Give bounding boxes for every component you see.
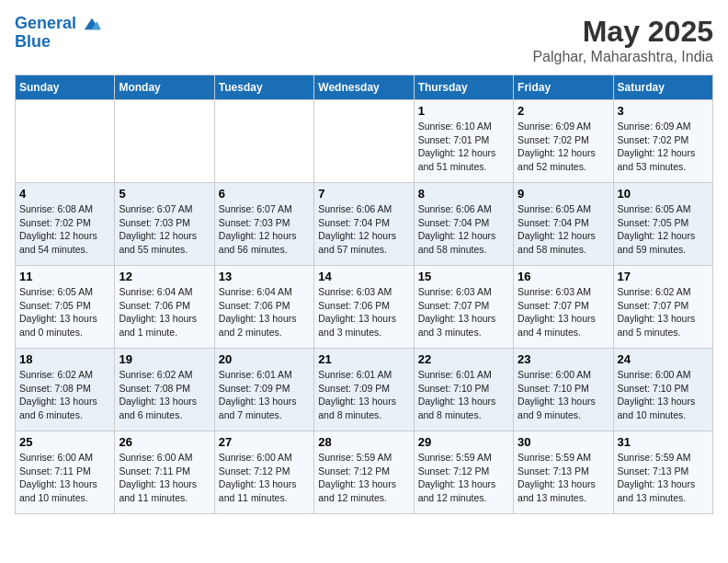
day-cell: 10Sunrise: 6:05 AMSunset: 7:05 PMDayligh… xyxy=(613,183,712,266)
day-cell: 12Sunrise: 6:04 AMSunset: 7:06 PMDayligh… xyxy=(115,266,214,349)
day-number: 14 xyxy=(318,270,409,283)
week-row-4: 18Sunrise: 6:02 AMSunset: 7:08 PMDayligh… xyxy=(16,349,713,431)
day-number: 9 xyxy=(518,187,609,201)
day-number: 3 xyxy=(618,104,709,118)
column-header-thursday: Thursday xyxy=(414,75,513,100)
day-info: Sunrise: 6:06 AMSunset: 7:04 PMDaylight:… xyxy=(318,202,409,257)
day-info: Sunrise: 6:01 AMSunset: 7:10 PMDaylight:… xyxy=(418,368,509,422)
day-number: 30 xyxy=(518,435,609,449)
column-header-wednesday: Wednesday xyxy=(314,75,414,100)
day-info: Sunrise: 6:03 AMSunset: 7:07 PMDaylight:… xyxy=(518,285,609,339)
day-info: Sunrise: 6:04 AMSunset: 7:06 PMDaylight:… xyxy=(119,285,210,339)
day-info: Sunrise: 6:00 AMSunset: 7:11 PMDaylight:… xyxy=(119,451,210,505)
day-info: Sunrise: 5:59 AMSunset: 7:13 PMDaylight:… xyxy=(518,451,609,505)
day-info: Sunrise: 6:02 AMSunset: 7:08 PMDaylight:… xyxy=(119,368,210,422)
logo-text: General xyxy=(15,15,101,33)
day-info: Sunrise: 6:03 AMSunset: 7:07 PMDaylight:… xyxy=(418,285,509,339)
day-cell: 13Sunrise: 6:04 AMSunset: 7:06 PMDayligh… xyxy=(214,266,313,349)
day-info: Sunrise: 6:10 AMSunset: 7:01 PMDaylight:… xyxy=(418,120,509,174)
day-number: 5 xyxy=(119,187,210,201)
day-cell: 11Sunrise: 6:05 AMSunset: 7:05 PMDayligh… xyxy=(16,266,115,349)
day-info: Sunrise: 5:59 AMSunset: 7:13 PMDaylight:… xyxy=(618,451,709,505)
calendar-table: SundayMondayTuesdayWednesdayThursdayFrid… xyxy=(15,75,713,514)
day-cell: 2Sunrise: 6:09 AMSunset: 7:02 PMDaylight… xyxy=(514,100,613,183)
day-cell: 29Sunrise: 5:59 AMSunset: 7:12 PMDayligh… xyxy=(414,431,513,514)
day-cell: 14Sunrise: 6:03 AMSunset: 7:06 PMDayligh… xyxy=(314,266,414,349)
day-cell: 30Sunrise: 5:59 AMSunset: 7:13 PMDayligh… xyxy=(514,431,613,514)
day-number: 18 xyxy=(19,352,110,366)
day-number: 6 xyxy=(219,187,310,201)
day-cell: 25Sunrise: 6:00 AMSunset: 7:11 PMDayligh… xyxy=(16,431,115,514)
day-info: Sunrise: 5:59 AMSunset: 7:12 PMDaylight:… xyxy=(418,451,509,505)
day-info: Sunrise: 6:03 AMSunset: 7:06 PMDaylight:… xyxy=(318,285,409,339)
day-info: Sunrise: 6:08 AMSunset: 7:02 PMDaylight:… xyxy=(19,202,110,257)
day-info: Sunrise: 6:00 AMSunset: 7:10 PMDaylight:… xyxy=(618,368,709,422)
title-block: May 2025 Palghar, Maharashtra, India xyxy=(532,15,713,65)
day-number: 28 xyxy=(318,435,409,449)
day-info: Sunrise: 6:00 AMSunset: 7:12 PMDaylight:… xyxy=(219,451,310,505)
day-info: Sunrise: 6:05 AMSunset: 7:05 PMDaylight:… xyxy=(19,285,110,339)
day-cell: 9Sunrise: 6:05 AMSunset: 7:04 PMDaylight… xyxy=(514,183,613,266)
day-cell xyxy=(16,100,115,183)
page-header: General Blue May 2025 Palghar, Maharasht… xyxy=(15,15,713,65)
day-number: 21 xyxy=(318,352,409,366)
day-cell: 16Sunrise: 6:03 AMSunset: 7:07 PMDayligh… xyxy=(514,266,613,349)
day-cell: 21Sunrise: 6:01 AMSunset: 7:09 PMDayligh… xyxy=(314,349,414,431)
week-row-1: 1Sunrise: 6:10 AMSunset: 7:01 PMDaylight… xyxy=(16,100,713,183)
logo: General Blue xyxy=(15,15,101,52)
day-number: 20 xyxy=(219,352,310,366)
day-info: Sunrise: 6:02 AMSunset: 7:08 PMDaylight:… xyxy=(19,368,110,422)
day-number: 24 xyxy=(618,352,709,366)
subtitle: Palghar, Maharashtra, India xyxy=(532,49,713,65)
day-cell: 3Sunrise: 6:09 AMSunset: 7:02 PMDaylight… xyxy=(613,100,712,183)
day-cell: 7Sunrise: 6:06 AMSunset: 7:04 PMDaylight… xyxy=(314,183,414,266)
day-cell: 19Sunrise: 6:02 AMSunset: 7:08 PMDayligh… xyxy=(115,349,214,431)
day-cell: 27Sunrise: 6:00 AMSunset: 7:12 PMDayligh… xyxy=(214,431,313,514)
day-cell: 6Sunrise: 6:07 AMSunset: 7:03 PMDaylight… xyxy=(214,183,313,266)
day-number: 2 xyxy=(518,104,609,118)
day-number: 10 xyxy=(618,187,709,201)
day-number: 19 xyxy=(119,352,210,366)
day-number: 4 xyxy=(19,187,110,201)
day-info: Sunrise: 6:09 AMSunset: 7:02 PMDaylight:… xyxy=(618,120,709,174)
day-info: Sunrise: 6:04 AMSunset: 7:06 PMDaylight:… xyxy=(219,285,310,339)
day-cell: 31Sunrise: 5:59 AMSunset: 7:13 PMDayligh… xyxy=(613,431,712,514)
day-number: 22 xyxy=(418,352,509,366)
main-title: May 2025 xyxy=(532,15,713,49)
day-info: Sunrise: 6:05 AMSunset: 7:05 PMDaylight:… xyxy=(618,202,709,257)
day-info: Sunrise: 6:00 AMSunset: 7:11 PMDaylight:… xyxy=(19,451,110,505)
day-number: 7 xyxy=(318,187,409,201)
day-number: 11 xyxy=(19,270,110,283)
column-header-sunday: Sunday xyxy=(16,75,115,100)
column-header-monday: Monday xyxy=(115,75,214,100)
day-cell: 28Sunrise: 5:59 AMSunset: 7:12 PMDayligh… xyxy=(314,431,414,514)
day-cell: 8Sunrise: 6:06 AMSunset: 7:04 PMDaylight… xyxy=(414,183,513,266)
day-info: Sunrise: 6:00 AMSunset: 7:10 PMDaylight:… xyxy=(518,368,609,422)
day-info: Sunrise: 6:05 AMSunset: 7:04 PMDaylight:… xyxy=(518,202,609,257)
day-info: Sunrise: 6:07 AMSunset: 7:03 PMDaylight:… xyxy=(219,202,310,257)
day-number: 26 xyxy=(119,435,210,449)
column-header-tuesday: Tuesday xyxy=(214,75,313,100)
day-cell: 5Sunrise: 6:07 AMSunset: 7:03 PMDaylight… xyxy=(115,183,214,266)
day-number: 15 xyxy=(418,270,509,283)
day-number: 23 xyxy=(518,352,609,366)
week-row-5: 25Sunrise: 6:00 AMSunset: 7:11 PMDayligh… xyxy=(16,431,713,514)
day-cell: 26Sunrise: 6:00 AMSunset: 7:11 PMDayligh… xyxy=(115,431,214,514)
day-info: Sunrise: 6:02 AMSunset: 7:07 PMDaylight:… xyxy=(618,285,709,339)
day-number: 25 xyxy=(19,435,110,449)
day-cell: 4Sunrise: 6:08 AMSunset: 7:02 PMDaylight… xyxy=(16,183,115,266)
day-number: 16 xyxy=(518,270,609,283)
day-info: Sunrise: 6:06 AMSunset: 7:04 PMDaylight:… xyxy=(418,202,509,257)
column-header-friday: Friday xyxy=(514,75,613,100)
day-number: 13 xyxy=(219,270,310,283)
day-info: Sunrise: 6:07 AMSunset: 7:03 PMDaylight:… xyxy=(119,202,210,257)
logo-line2: Blue xyxy=(15,33,101,52)
day-number: 1 xyxy=(418,104,509,118)
day-number: 27 xyxy=(219,435,310,449)
day-number: 29 xyxy=(418,435,509,449)
day-cell: 20Sunrise: 6:01 AMSunset: 7:09 PMDayligh… xyxy=(214,349,313,431)
day-number: 8 xyxy=(418,187,509,201)
day-cell xyxy=(115,100,214,183)
day-cell: 15Sunrise: 6:03 AMSunset: 7:07 PMDayligh… xyxy=(414,266,513,349)
day-info: Sunrise: 6:01 AMSunset: 7:09 PMDaylight:… xyxy=(318,368,409,422)
